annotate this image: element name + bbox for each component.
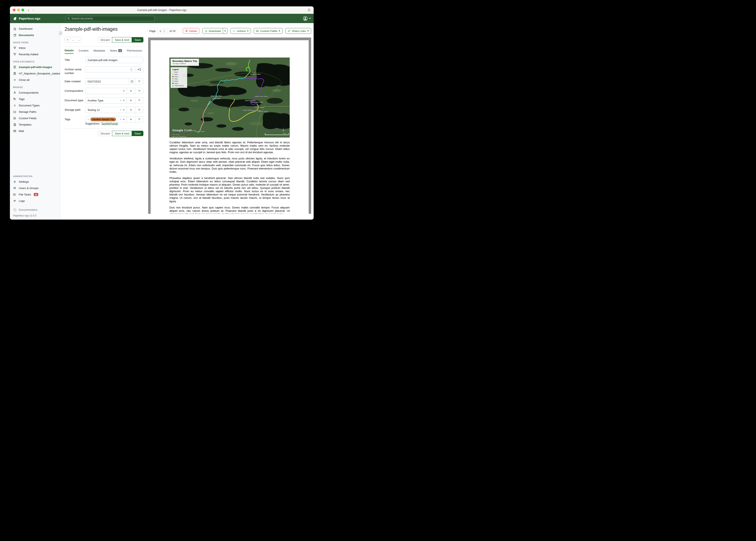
remove-tag-icon[interactable]: × (87, 118, 89, 121)
tag-suggestions: Suggestions:TagWithPartial (85, 122, 143, 125)
minimize-window-button[interactable] (17, 9, 20, 11)
tab-details[interactable]: Details (65, 49, 74, 54)
tab-notes[interactable]: Notes 1 (110, 49, 122, 54)
sidebar-collapse-button[interactable]: « (59, 31, 63, 36)
sidebar-item-documentation[interactable]: ? Documentation (10, 207, 60, 213)
page-stepper[interactable]: ▲▼ (163, 29, 165, 33)
clear-doctype-icon[interactable]: × (120, 99, 122, 102)
calendar-icon (130, 80, 133, 83)
previous-doc-button[interactable]: ← (70, 37, 76, 42)
sidebar-item-correspondents[interactable]: Correspondents (10, 90, 60, 96)
clear-storage-icon[interactable]: × (120, 109, 122, 111)
download-options-caret[interactable] (223, 28, 228, 34)
sidebar-item-inbox[interactable]: Inbox (10, 45, 60, 51)
island-label: Washington Island (250, 101, 263, 103)
map-image: Boundary Waters Trip Six days in BWCA Le… (169, 58, 290, 138)
folder-icon (13, 110, 17, 113)
add-doctype-button[interactable]: + (127, 98, 135, 103)
sidebar-item-logs[interactable]: Logs (10, 198, 60, 204)
open-doc-current[interactable]: 2sample-pdf-with-images (10, 64, 60, 70)
correspondent-filter-button[interactable] (135, 88, 143, 94)
clear-tags-icon[interactable]: × (120, 118, 122, 121)
sidebar-item-document-types[interactable]: # Document Types (10, 102, 60, 109)
page-number-input[interactable]: 1 ▲▼ (157, 28, 167, 34)
save-next-button[interactable]: Save & next (112, 37, 132, 42)
sidebar-item-users-groups[interactable]: Users & Groups (10, 185, 60, 191)
sidebar-item-settings[interactable]: Settings (10, 179, 60, 185)
user-menu[interactable] (303, 16, 311, 21)
discard-button-bottom[interactable]: Discard (98, 131, 112, 136)
download-split-button: Download (202, 28, 228, 34)
download-button[interactable]: Download (202, 28, 223, 34)
custom-fields-button[interactable]: Custom Fields (254, 28, 282, 34)
doctype-filter-button[interactable] (135, 98, 143, 103)
save-next-button-bottom[interactable]: Save & next (112, 131, 132, 136)
correspondent-select[interactable] (85, 88, 127, 94)
tab-content[interactable]: Content (79, 49, 88, 54)
discard-button[interactable]: Discard (98, 37, 112, 42)
date-created-input[interactable] (87, 80, 127, 83)
delete-button[interactable]: Delete (183, 28, 199, 34)
task-list-icon (13, 193, 17, 196)
add-correspondent-button[interactable]: + (127, 88, 135, 94)
filter-lines-icon (138, 80, 141, 83)
pdf-preview-pane[interactable]: Boundary Waters Trip Six days in BWCA Le… (148, 38, 311, 214)
sidebar-item-documents[interactable]: Documents (10, 32, 60, 38)
add-storage-button[interactable]: + (127, 107, 135, 113)
storage-filter-button[interactable] (135, 107, 143, 113)
app-logo[interactable]: Paperless-ngx (13, 17, 40, 21)
save-button-bottom[interactable]: Save (132, 131, 143, 136)
share-links-button[interactable]: Share Links (285, 28, 311, 34)
add-tag-button[interactable]: + (127, 117, 135, 122)
browser-forward-icon[interactable]: › (32, 8, 34, 12)
detail-tabs: Details Content Metadata Notes 1 Permiss… (65, 49, 143, 54)
storage-path-select[interactable]: Testing 12 × (85, 107, 127, 113)
close-doc-button[interactable]: × (65, 37, 70, 42)
users-icon (13, 187, 17, 190)
search-input[interactable] (71, 17, 153, 20)
document-type-select[interactable]: Another Type × (85, 98, 127, 103)
actions-button[interactable]: ⋯ Actions (230, 28, 251, 34)
island-label: Gary Island (213, 98, 221, 99)
traffic-lights (13, 9, 24, 11)
browser-back-icon[interactable]: ‹ (28, 8, 29, 12)
main-content: 2sample-pdf-with-images Page 1 ▲▼ of 10 … (60, 23, 314, 220)
tag-chip[interactable]: Another Sample Tag (90, 118, 116, 121)
island-label: Squirrel Island (258, 111, 268, 112)
sidebar-item-tags[interactable]: Tags (10, 96, 60, 102)
filter-lines-icon (138, 99, 141, 102)
sidebar-item-file-tasks[interactable]: File Tasks 16 (10, 191, 60, 198)
island-label: Hausons Island (250, 73, 261, 75)
custom-fields-icon (13, 117, 17, 120)
close-all-button[interactable]: Close all (10, 77, 60, 83)
zoom-window-button[interactable] (21, 9, 24, 11)
close-window-button[interactable] (13, 9, 15, 11)
tab-permissions[interactable]: Permissions (127, 49, 142, 54)
share-icon[interactable] (307, 8, 311, 12)
suggestion-link[interactable]: TagWithPartial (101, 122, 118, 125)
sidebar-item-storage-paths[interactable]: Storage Paths (10, 109, 60, 115)
tags-select[interactable]: × Another Sample Tag × (85, 117, 127, 122)
paragraph: Curabitur bibendum ante urna, sed blandi… (169, 141, 290, 154)
tags-filter-button[interactable] (135, 117, 143, 122)
correspondent-label: Correspondent (65, 88, 85, 93)
asn-plus-one-button[interactable]: +1 (135, 67, 143, 72)
sidebar-item-mail[interactable]: Mail (10, 128, 60, 134)
ellipsis-icon: ⋯ (233, 29, 236, 33)
calendar-button[interactable] (129, 79, 135, 84)
open-doc-2[interactable]: H7_Napoleon_Bonaparte_zadanie (10, 70, 60, 77)
paragraph: Vestibulum eleifend, ligula a scelerisqu… (169, 157, 290, 173)
sidebar-item-dashboard[interactable]: Dashboard (10, 26, 60, 32)
tab-metadata[interactable]: Metadata (93, 49, 105, 54)
documents-icon (13, 34, 17, 37)
sidebar-item-templates[interactable]: Templates (10, 122, 60, 128)
sidebar-item-recently-added[interactable]: Recently Added (10, 51, 60, 58)
next-doc-button[interactable]: → (76, 37, 82, 42)
sidebar-item-custom-fields[interactable]: Custom Fields (10, 115, 60, 122)
asn-input[interactable]: ▲▼ (85, 67, 135, 72)
map-copyright: © 2017 Google (171, 134, 180, 135)
asn-stepper[interactable]: ▲▼ (130, 67, 133, 72)
title-input[interactable] (87, 59, 141, 62)
save-button[interactable]: Save (132, 37, 143, 42)
date-filter-button[interactable] (135, 79, 143, 84)
